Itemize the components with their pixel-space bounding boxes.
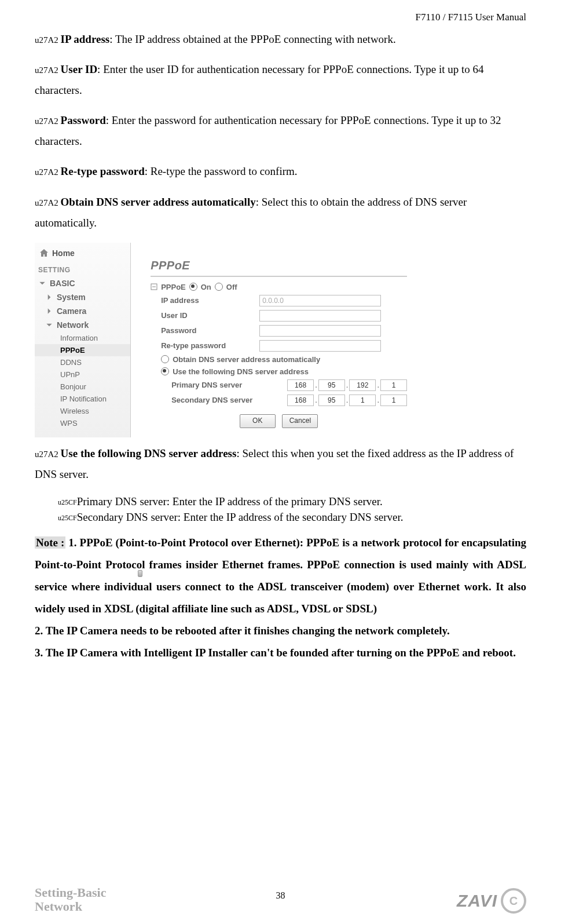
primary-dns-1[interactable] bbox=[287, 379, 314, 391]
ip-label: IP address bbox=[151, 296, 259, 305]
chevron-right-icon bbox=[45, 307, 53, 315]
row-password: Password bbox=[151, 325, 407, 337]
label-retype-password: Re-type password bbox=[61, 165, 145, 177]
chevron-down-icon bbox=[45, 321, 53, 329]
footer-section-title: Setting-Basic Network bbox=[35, 886, 106, 914]
dns-auto-label: Obtain DNS server address automatically bbox=[169, 355, 320, 364]
radio-on[interactable] bbox=[189, 283, 197, 291]
label-use-dns: Use the following DNS server address bbox=[61, 447, 237, 459]
cancel-button[interactable]: Cancel bbox=[282, 414, 318, 428]
sidebar-sub-wireless[interactable]: Wireless bbox=[35, 405, 130, 417]
row-dns-manual: Use the following DNS server address bbox=[151, 367, 407, 376]
panel-title: PPPoE bbox=[151, 259, 407, 272]
row-dns-auto: Obtain DNS server address automatically bbox=[151, 355, 407, 364]
secondary-dns-3[interactable] bbox=[349, 395, 376, 406]
para-use-dns: Use the following DNS server address: Se… bbox=[35, 443, 526, 485]
dns-manual-label: Use the following DNS server address bbox=[169, 367, 309, 376]
note-3: 3. The IP Camera with Intelligent IP Ins… bbox=[35, 642, 526, 664]
logo-mark-icon: C bbox=[501, 888, 526, 914]
sidebar: Home SETTING BASIC System Camera Network… bbox=[35, 243, 131, 437]
sidebar-sub-pppoe[interactable]: PPPoE bbox=[35, 344, 130, 356]
password-label: Password bbox=[151, 326, 259, 335]
para-retype-password: Re-type password: Re-type the password t… bbox=[35, 161, 526, 182]
panel-divider bbox=[151, 275, 407, 277]
row-retype-password: Re-type password bbox=[151, 340, 407, 352]
note-1: 1. PPPoE (Point-to-Point Protocol over E… bbox=[35, 536, 526, 615]
user-input[interactable] bbox=[259, 310, 381, 322]
label-user-id: User ID bbox=[61, 63, 98, 75]
chevron-right-icon bbox=[45, 293, 53, 301]
sidebar-camera[interactable]: Camera bbox=[35, 304, 130, 318]
home-icon bbox=[39, 249, 49, 258]
radio-dns-auto[interactable] bbox=[161, 355, 169, 363]
header-manual-title: F7110 / F7115 User Manual bbox=[35, 12, 526, 23]
primary-dns-4[interactable] bbox=[380, 379, 407, 391]
para-password: Password: Enter the password for authent… bbox=[35, 110, 526, 152]
ip-input bbox=[259, 295, 381, 306]
sidebar-setting-header: SETTING bbox=[35, 264, 130, 276]
button-row: OK Cancel bbox=[151, 414, 407, 432]
sidebar-system[interactable]: System bbox=[35, 290, 130, 304]
radio-off[interactable] bbox=[215, 283, 223, 291]
label-obtain-dns: Obtain DNS server address automatically bbox=[61, 196, 256, 208]
on-label: On bbox=[201, 283, 211, 291]
label-password: Password bbox=[61, 114, 106, 126]
sidebar-sub-bonjour[interactable]: Bonjour bbox=[35, 381, 130, 393]
secondary-dns-label: Secondary DNS server bbox=[151, 396, 287, 404]
sidebar-sub-ipnotification[interactable]: IP Notification bbox=[35, 393, 130, 405]
off-label: Off bbox=[226, 283, 237, 291]
row-primary-dns: Primary DNS server . . . bbox=[151, 379, 407, 391]
note-block: Note : 1. PPPoE (Point-to-Point Protocol… bbox=[35, 532, 526, 664]
ok-button[interactable]: OK bbox=[240, 414, 276, 428]
page-footer: Setting-Basic Network 38 ZAVI C bbox=[0, 886, 561, 914]
collapse-icon[interactable] bbox=[151, 283, 157, 290]
sidebar-sub-upnp[interactable]: UPnP bbox=[35, 368, 130, 381]
pppoe-toggle-row: PPPoE On Off bbox=[151, 283, 407, 291]
secondary-dns-4[interactable] bbox=[380, 395, 407, 406]
pppoe-toggle-label: PPPoE bbox=[161, 283, 186, 291]
primary-dns-3[interactable] bbox=[349, 379, 376, 391]
sidebar-sub-ddns[interactable]: DDNS bbox=[35, 356, 130, 368]
note-label: Note : bbox=[35, 536, 65, 549]
radio-dns-manual[interactable] bbox=[161, 367, 169, 375]
sidebar-sub-wps[interactable]: WPS bbox=[35, 417, 130, 429]
row-secondary-dns: Secondary DNS server . . . bbox=[151, 395, 407, 406]
row-ip: IP address bbox=[151, 295, 407, 306]
para-obtain-dns: Obtain DNS server address automatically:… bbox=[35, 192, 526, 233]
sidebar-basic[interactable]: BASIC bbox=[35, 276, 130, 290]
sidebar-home[interactable]: Home bbox=[35, 246, 130, 264]
para-user-id: User ID: Enter the user ID for authentic… bbox=[35, 59, 526, 101]
scrollbar-handle[interactable] bbox=[138, 570, 142, 577]
retype-password-label: Re-type password bbox=[151, 341, 259, 350]
page-number: 38 bbox=[276, 890, 285, 901]
label-ip-address: IP address bbox=[61, 33, 110, 45]
sub-secondary-dns: Secondary DNS server: Enter the IP addre… bbox=[58, 510, 526, 525]
secondary-dns-2[interactable] bbox=[318, 395, 345, 406]
settings-screenshot: Home SETTING BASIC System Camera Network… bbox=[35, 243, 414, 437]
sub-primary-dns: Primary DNS server: Enter the IP address… bbox=[58, 494, 526, 510]
password-input[interactable] bbox=[259, 325, 381, 337]
primary-dns-2[interactable] bbox=[318, 379, 345, 391]
brand-logo: ZAVI C bbox=[457, 888, 526, 914]
secondary-dns-1[interactable] bbox=[287, 395, 314, 406]
logo-text: ZAVI bbox=[457, 891, 497, 911]
retype-password-input[interactable] bbox=[259, 340, 381, 352]
chevron-down-icon bbox=[38, 279, 46, 287]
sidebar-network[interactable]: Network bbox=[35, 318, 130, 332]
row-user: User ID bbox=[151, 310, 407, 322]
user-label: User ID bbox=[151, 311, 259, 320]
main-panel: PPPoE PPPoE On Off IP address User ID Pa… bbox=[131, 243, 414, 437]
note-2: 2. The IP Camera needs to be rebooted af… bbox=[35, 620, 526, 642]
para-ip-address: IP address: The IP address obtained at t… bbox=[35, 29, 526, 50]
primary-dns-label: Primary DNS server bbox=[151, 381, 287, 389]
sidebar-sub-information[interactable]: Information bbox=[35, 332, 130, 344]
